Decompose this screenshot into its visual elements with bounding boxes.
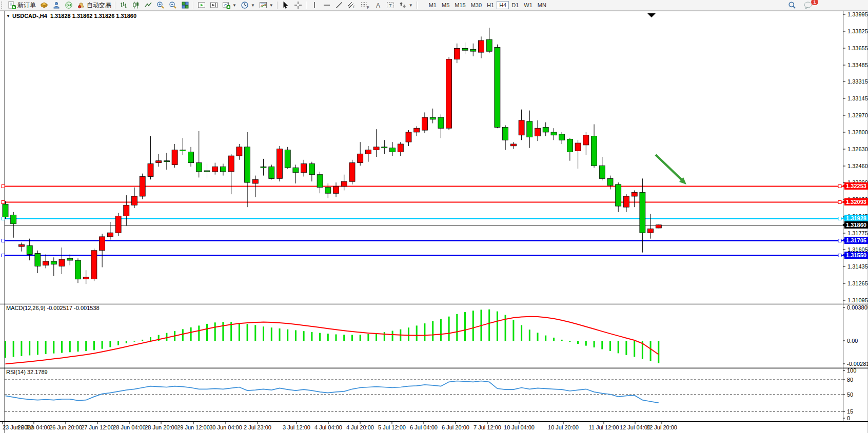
line-handle[interactable] [2, 239, 5, 242]
rsi-indicator-label: RSI(14) 32.1789 [6, 369, 48, 375]
svg-text:1.31860: 1.31860 [846, 222, 866, 228]
rsi-current-value: 32.1789 [27, 369, 48, 375]
svg-text:1.33995: 1.33995 [847, 11, 868, 17]
svg-text:3 Jul 12:00: 3 Jul 12:00 [283, 424, 310, 430]
svg-text:1.32630: 1.32630 [847, 146, 868, 152]
svg-text:1.32460: 1.32460 [847, 163, 868, 169]
svg-text:1.32970: 1.32970 [847, 112, 868, 118]
line-handle[interactable] [838, 254, 841, 257]
svg-text:7 Jul 12:00: 7 Jul 12:00 [474, 424, 501, 430]
svg-text:1.31775: 1.31775 [847, 230, 868, 236]
svg-text:1.31435: 1.31435 [847, 263, 868, 270]
price-badge-1.32093: 1.32093 [842, 198, 868, 205]
svg-text:0.003805: 0.003805 [847, 304, 868, 311]
line-handle[interactable] [2, 201, 5, 204]
line-handle[interactable] [2, 254, 5, 257]
chart-title: ▼USDCAD-,H4 1.31828 1.31862 1.31826 1.31… [6, 13, 136, 19]
macd-name: MACD(12,26,9) [6, 305, 45, 311]
svg-text:28 Jun 20:00: 28 Jun 20:00 [145, 424, 177, 430]
svg-text:6 Jul 04:00: 6 Jul 04:00 [410, 424, 438, 430]
svg-text:0.00: 0.00 [847, 338, 858, 344]
line-handle[interactable] [838, 185, 841, 188]
svg-text:6 Jul 20:00: 6 Jul 20:00 [442, 424, 469, 430]
svg-text:1.33655: 1.33655 [847, 45, 868, 51]
line-handle[interactable] [2, 185, 5, 188]
symbol-period-label: USDCAD-,H4 [12, 13, 47, 19]
svg-text:1.31095: 1.31095 [847, 297, 868, 303]
svg-text:50: 50 [847, 391, 853, 398]
svg-text:1.31705: 1.31705 [846, 237, 866, 243]
line-handle[interactable] [838, 201, 841, 204]
svg-text:2 Jul 23:00: 2 Jul 23:00 [244, 424, 271, 430]
svg-text:26 Jun 20:00: 26 Jun 20:00 [49, 424, 82, 430]
svg-text:1.33145: 1.33145 [847, 95, 868, 101]
price-badge-1.31550: 1.31550 [842, 252, 868, 259]
macd-indicator-label: MACD(12,26,9) -0.002517 -0.001538 [6, 305, 100, 311]
svg-text:15: 15 [847, 408, 853, 415]
chart-canvas[interactable]: 1.339951.338251.336551.334851.333151.331… [0, 0, 868, 433]
svg-text:27 Jun 12:00: 27 Jun 12:00 [81, 424, 114, 430]
chart-frame [0, 11, 868, 433]
collapse-triangle-icon[interactable]: ▼ [6, 14, 10, 18]
macd-current-values: -0.002517 -0.001538 [47, 305, 99, 311]
svg-text:1.33485: 1.33485 [847, 62, 868, 68]
svg-text:1.32800: 1.32800 [847, 129, 868, 135]
svg-text:1.31550: 1.31550 [846, 252, 866, 258]
price-badge-1.31928: 1.31928 [842, 215, 868, 222]
svg-text:1.32093: 1.32093 [846, 199, 866, 205]
svg-text:-0.002818: -0.002818 [847, 361, 868, 367]
price-badge-1.31705: 1.31705 [842, 237, 868, 244]
svg-text:30 Jun 04:00: 30 Jun 04:00 [209, 424, 242, 430]
svg-text:0: 0 [847, 415, 850, 421]
svg-text:4 Jul 04:00: 4 Jul 04:00 [314, 424, 342, 430]
svg-text:10 Jul 04:00: 10 Jul 04:00 [504, 424, 535, 430]
line-handle[interactable] [838, 239, 841, 242]
svg-text:100: 100 [847, 367, 856, 374]
price-badge-1.32253: 1.32253 [842, 182, 868, 190]
svg-text:10 Jul 20:00: 10 Jul 20:00 [548, 424, 579, 430]
mt4-terminal: 新订单 自动交易 [0, 0, 868, 433]
svg-text:29 Jun 12:00: 29 Jun 12:00 [177, 424, 210, 430]
svg-text:1.31265: 1.31265 [847, 280, 868, 286]
svg-text:12 Jul 20:00: 12 Jul 20:00 [646, 424, 677, 430]
price-badge-1.31860: 1.31860 [842, 221, 868, 229]
svg-text:4 Jul 20:00: 4 Jul 20:00 [346, 424, 374, 430]
rsi-name: RSI(14) [6, 369, 26, 375]
line-handle[interactable] [838, 217, 841, 220]
svg-text:1.33315: 1.33315 [847, 78, 868, 85]
svg-text:26 Jun 04:00: 26 Jun 04:00 [17, 424, 50, 430]
svg-text:1.31928: 1.31928 [846, 215, 866, 221]
svg-text:28 Jun 04:00: 28 Jun 04:00 [113, 424, 146, 430]
svg-text:80: 80 [847, 377, 853, 383]
line-handle[interactable] [2, 217, 5, 220]
ohlc-values: 1.31828 1.31862 1.31826 1.31860 [50, 13, 136, 19]
svg-text:1.32253: 1.32253 [846, 183, 866, 189]
svg-text:11 Jul 12:00: 11 Jul 12:00 [588, 424, 619, 430]
svg-text:12 Jul 04:00: 12 Jul 04:00 [620, 424, 650, 430]
svg-text:5 Jul 12:00: 5 Jul 12:00 [378, 424, 406, 430]
svg-text:1.33825: 1.33825 [847, 28, 868, 34]
